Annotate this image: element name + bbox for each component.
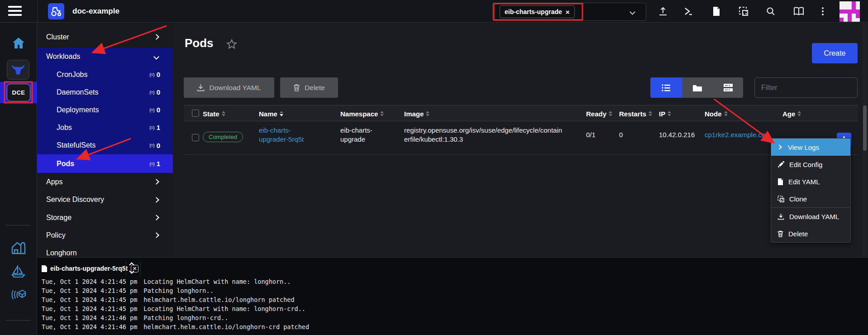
epinio-icon[interactable]: [10, 289, 27, 300]
sidebar-nav: Cluster Workloads CronJobs (=)0 DaemonSe…: [37, 23, 173, 257]
kubectl-shell-icon[interactable]: [682, 5, 694, 17]
chevron-right-icon: [153, 179, 159, 185]
file-icon: [42, 265, 47, 272]
column-header-image[interactable]: Image: [404, 105, 429, 122]
search-icon[interactable]: [765, 5, 777, 17]
view-namespace-toggle[interactable]: [682, 77, 713, 98]
chevron-up-icon: [129, 262, 134, 267]
count-icon: (=): [149, 72, 154, 77]
count-icon: (=): [149, 161, 154, 167]
kebab-menu-icon[interactable]: [820, 5, 825, 17]
sidebar-item-cronjobs[interactable]: CronJobs (=)0: [37, 66, 173, 83]
log-tab[interactable]: eib-charts-upgrader-5rq5t ✕: [42, 262, 138, 275]
log-line: Tue, Oct 1 2024 4:21:45 pmhelmchart.helm…: [42, 296, 295, 303]
page-title: Pods: [185, 36, 214, 50]
pod-name-link[interactable]: eib-charts- upgrader-5rq5t: [259, 126, 304, 144]
sailboat-icon[interactable]: [11, 264, 26, 278]
dce-cluster-badge[interactable]: DCE: [7, 84, 30, 101]
sidebar-item-service-discovery[interactable]: Service Discovery: [37, 191, 173, 209]
download-icon: [197, 84, 205, 91]
column-header-ready[interactable]: Ready: [586, 105, 612, 122]
log-tab-label: eib-charts-upgrader-5rq5t: [50, 265, 128, 272]
table-row[interactable]: Completed eib-charts- upgrader-5rq5t eib…: [184, 121, 858, 155]
menu-item-edit-yaml[interactable]: Edit YAML: [771, 173, 850, 190]
log-line: Tue, Oct 1 2024 4:21:46 pmhelmchart.helm…: [42, 323, 309, 330]
log-drawer: eib-charts-upgrader-5rq5t ✕ Tue, Oct 1 2…: [37, 257, 868, 335]
download-yaml-button[interactable]: Download YAML: [184, 77, 274, 98]
icon-rail: DCE: [0, 23, 37, 335]
log-line: Tue, Oct 1 2024 4:21:45 pmPatching longh…: [42, 287, 214, 294]
sidebar-item-policy[interactable]: Policy: [37, 226, 173, 244]
view-list-toggle[interactable]: [650, 77, 682, 98]
column-header-state[interactable]: State: [203, 105, 225, 122]
row-checkbox[interactable]: [192, 134, 199, 141]
menu-item-download-yaml[interactable]: Download YAML: [771, 208, 850, 225]
menu-item-clone[interactable]: Clone: [771, 190, 850, 207]
column-header-name[interactable]: Name: [259, 105, 283, 122]
chevron-right-icon: [153, 232, 159, 238]
upload-icon[interactable]: [657, 5, 669, 17]
menu-item-delete[interactable]: Delete: [771, 225, 850, 242]
user-avatar[interactable]: [839, 1, 860, 22]
longhorn-icon[interactable]: [11, 240, 26, 255]
resource-search-box[interactable]: eib-charts-upgrade ×: [492, 3, 646, 21]
chevron-down-icon[interactable]: [630, 9, 635, 15]
remove-tag-icon[interactable]: ×: [566, 8, 570, 16]
chevron-right-icon: [153, 34, 159, 40]
trash-icon: [293, 84, 300, 91]
node-link[interactable]: cp1rke2.example.co: [705, 130, 765, 139]
app-window: doc-example eib-charts-upgrade ×: [0, 0, 868, 335]
sidebar-item-statefulsets[interactable]: StatefulSets (=)0: [37, 136, 173, 154]
sidebar-item-storage[interactable]: Storage: [37, 209, 173, 226]
column-header-restarts[interactable]: Restarts: [619, 105, 652, 122]
drawer-resize-control[interactable]: [130, 263, 134, 273]
pencil-icon: [777, 161, 784, 168]
sort-icon: [668, 111, 671, 116]
sidebar-item-cluster[interactable]: Cluster: [37, 26, 173, 48]
filter-tag-chip[interactable]: eib-charts-upgrade ×: [500, 5, 575, 18]
log-line: Tue, Oct 1 2024 4:21:45 pmLocating HelmC…: [42, 278, 291, 285]
server-icon: [724, 84, 733, 91]
menu-item-edit-config[interactable]: Edit Config: [771, 156, 850, 173]
favorite-star-icon[interactable]: [226, 39, 237, 49]
tab-divider: [140, 261, 141, 276]
main-scrollbar-thumb[interactable]: [863, 105, 867, 151]
tractor-icon: [50, 5, 62, 17]
sidebar-item-pods[interactable]: Pods (=)1: [37, 154, 173, 173]
snapshot-icon[interactable]: [738, 5, 749, 17]
steer-icon: [11, 64, 25, 76]
delete-button[interactable]: Delete: [280, 77, 338, 98]
restarts-cell: 0: [619, 130, 623, 139]
sort-icon: [426, 111, 429, 116]
sidebar-item-workloads[interactable]: Workloads: [37, 48, 173, 66]
sidebar-item-daemonsets[interactable]: DaemonSets (=)0: [37, 83, 173, 101]
docs-icon[interactable]: [793, 5, 805, 17]
create-button[interactable]: Create: [812, 43, 858, 63]
sidebar-item-jobs[interactable]: Jobs (=)1: [37, 119, 173, 136]
sort-icon: [724, 111, 728, 116]
file-icon[interactable]: [711, 5, 722, 17]
sort-icon: [649, 111, 652, 116]
file-icon: [777, 178, 783, 185]
column-header-node[interactable]: Node: [705, 105, 728, 122]
sort-icon: [222, 111, 225, 116]
cluster-icon-button[interactable]: [7, 60, 29, 80]
ip-cell: 10.42.0.216: [659, 130, 695, 139]
count-icon: (=): [149, 125, 154, 130]
namespace-cell: eib-charts- upgrade: [340, 126, 372, 144]
sidebar-item-deployments[interactable]: Deployments (=)0: [37, 101, 173, 119]
sidebar-item-longhorn[interactable]: Longhorn: [37, 244, 173, 257]
image-cell: registry.opensuse.org/isv/suse/edge/life…: [404, 126, 562, 144]
menu-item-view-logs[interactable]: View Logs: [771, 139, 850, 156]
filter-input[interactable]: [754, 77, 858, 98]
select-all-checkbox[interactable]: [192, 110, 199, 117]
app-logo[interactable]: [48, 3, 64, 19]
home-icon[interactable]: [12, 37, 25, 49]
column-header-ip[interactable]: IP: [659, 105, 671, 122]
column-header-namespace[interactable]: Namespace: [340, 105, 384, 122]
view-node-toggle[interactable]: [713, 77, 743, 98]
column-header-age[interactable]: Age: [782, 105, 801, 122]
hamburger-icon[interactable]: [8, 6, 22, 18]
sidebar-item-apps[interactable]: Apps: [37, 173, 173, 191]
sort-icon: [280, 111, 283, 116]
